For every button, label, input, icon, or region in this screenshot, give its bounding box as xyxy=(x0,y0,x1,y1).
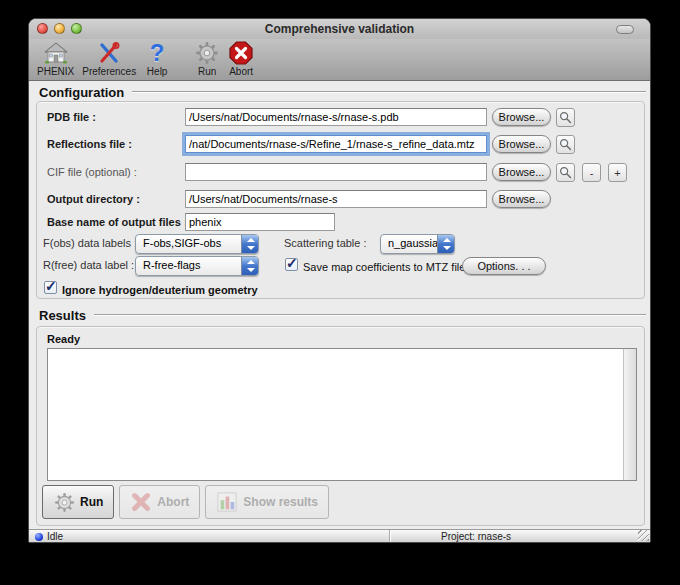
cif-file-input[interactable] xyxy=(185,163,487,181)
toolbar-help-label: Help xyxy=(147,66,168,77)
toolbar-phenix-button[interactable]: PHENIX xyxy=(33,40,78,78)
scattering-dropdown-value: n_gaussian xyxy=(388,237,444,249)
ignore-h-label: Ignore hydrogen/deuterium geometry xyxy=(62,282,258,298)
options-button[interactable]: Options. . . xyxy=(462,257,546,275)
show-results-button-label: Show results xyxy=(243,495,318,509)
gear-icon xyxy=(195,41,219,65)
magnifier-icon xyxy=(559,166,572,179)
abort-button-label: Abort xyxy=(157,495,189,509)
fobs-dropdown[interactable]: F-obs,SIGF-obs xyxy=(135,234,259,254)
dropdown-arrows-icon xyxy=(241,257,258,275)
cif-add-button[interactable]: + xyxy=(608,163,627,182)
base-name-label: Base name of output files : xyxy=(47,213,185,231)
content-area: Configuration PDB file : /Users/nat/Docu… xyxy=(29,81,650,529)
reflections-view-button[interactable] xyxy=(556,135,575,154)
data-labels-row: F(obs) data labels : F-obs,SIGF-obs Scat… xyxy=(37,234,644,255)
scattering-label: Scattering table : xyxy=(284,237,367,249)
toolbar-run-label: Run xyxy=(198,66,216,77)
status-indicator-icon xyxy=(35,533,43,541)
zoom-button[interactable] xyxy=(71,23,82,34)
output-directory-label: Output directory : xyxy=(47,190,185,208)
results-panel: Ready xyxy=(36,326,645,526)
pdb-file-input[interactable]: /Users/nat/Documents/rnase-s/rnase-s.pdb xyxy=(185,108,487,126)
toolbar: PHENIX Preferences ? Help xyxy=(29,39,650,81)
scattering-dropdown[interactable]: n_gaussian xyxy=(380,234,455,254)
cif-browse-button[interactable]: Browse... xyxy=(492,163,551,181)
rfree-dropdown-value: R-free-flags xyxy=(143,259,200,271)
header-rule xyxy=(94,314,646,316)
stop-icon xyxy=(229,41,253,65)
show-results-button[interactable]: Show results xyxy=(205,485,329,519)
cif-file-label: CIF file (optional) : xyxy=(47,163,185,181)
close-button[interactable] xyxy=(37,23,48,34)
toolbar-run-button[interactable]: Run xyxy=(190,40,224,78)
reflections-file-label: Reflections file : xyxy=(47,135,185,153)
pdb-file-label: PDB file : xyxy=(47,108,185,126)
configuration-title: Configuration xyxy=(39,85,124,100)
reflections-file-input[interactable]: /nat/Documents/rnase-s/Refine_1/rnase-s_… xyxy=(185,135,487,153)
minimize-button[interactable] xyxy=(54,23,65,34)
run-button-label: Run xyxy=(80,495,103,509)
rfree-row: R(free) data label : R-free-flags Save m… xyxy=(37,256,644,277)
configuration-header: Configuration xyxy=(39,84,646,100)
dropdown-arrows-icon xyxy=(437,235,454,253)
reflections-file-row: Reflections file : /nat/Documents/rnase-… xyxy=(37,135,644,154)
rfree-label: R(free) data label : xyxy=(43,259,134,271)
project-label: Project: rnase-s xyxy=(441,530,511,543)
pdb-browse-button[interactable]: Browse... xyxy=(492,108,551,126)
cif-remove-button[interactable]: - xyxy=(582,163,601,182)
fobs-dropdown-value: F-obs,SIGF-obs xyxy=(143,237,221,249)
reflections-browse-button[interactable]: Browse... xyxy=(492,135,551,153)
header-rule xyxy=(132,91,646,93)
toolbar-preferences-button[interactable]: Preferences xyxy=(78,40,140,78)
results-header: Results xyxy=(39,307,646,323)
magnifier-icon xyxy=(559,111,572,124)
save-map-checkbox[interactable] xyxy=(285,258,298,271)
cif-file-row: CIF file (optional) : Browse... - + xyxy=(37,163,644,182)
title-bar[interactable]: Comprehensive validation xyxy=(29,19,650,39)
save-map-label: Save map coefficients to MTZ file xyxy=(303,259,465,275)
output-directory-row: Output directory : /Users/nat/Documents/… xyxy=(37,190,644,209)
pdb-view-button[interactable] xyxy=(556,108,575,127)
bar-chart-icon xyxy=(216,491,238,513)
results-status-label: Ready xyxy=(47,333,80,345)
toolbar-help-button[interactable]: ? Help xyxy=(140,40,174,78)
status-text: Idle xyxy=(47,530,63,543)
abort-button[interactable]: Abort xyxy=(119,485,200,519)
house-icon xyxy=(44,41,68,65)
cif-view-button[interactable] xyxy=(556,163,575,182)
output-directory-input[interactable]: /Users/nat/Documents/rnase-s xyxy=(185,190,487,208)
rfree-dropdown[interactable]: R-free-flags xyxy=(135,256,259,276)
fobs-label: F(obs) data labels : xyxy=(43,237,137,249)
abort-x-icon xyxy=(130,491,152,513)
base-name-input[interactable]: phenix xyxy=(185,213,335,231)
toolbar-abort-button[interactable]: Abort xyxy=(224,40,258,78)
dropdown-arrows-icon xyxy=(241,235,258,253)
output-browse-button[interactable]: Browse... xyxy=(492,190,551,208)
app-window: Comprehensive validation PHENIX xyxy=(28,18,651,543)
base-name-row: Base name of output files : phenix xyxy=(37,213,644,232)
toolbar-preferences-label: Preferences xyxy=(82,66,136,77)
results-output-area[interactable] xyxy=(47,348,637,481)
run-button[interactable]: Run xyxy=(42,485,114,519)
vertical-scrollbar[interactable] xyxy=(623,349,636,480)
question-icon: ? xyxy=(145,41,169,65)
window-title: Comprehensive validation xyxy=(119,22,560,36)
configuration-panel: PDB file : /Users/nat/Documents/rnase-s/… xyxy=(36,101,645,299)
toolbar-phenix-label: PHENIX xyxy=(37,66,74,77)
ignore-h-checkbox[interactable] xyxy=(44,281,57,294)
toolbar-toggle-button[interactable] xyxy=(616,25,634,34)
status-bar: Idle Project: rnase-s xyxy=(29,529,650,542)
pdb-file-row: PDB file : /Users/nat/Documents/rnase-s/… xyxy=(37,108,644,127)
ignore-h-row: Ignore hydrogen/deuterium geometry xyxy=(37,279,644,298)
statusbar-divider xyxy=(389,530,390,542)
results-button-row: Run Abort xyxy=(42,485,329,519)
toolbar-abort-label: Abort xyxy=(229,66,253,77)
traffic-lights xyxy=(37,23,82,34)
tools-icon xyxy=(97,41,121,65)
gear-icon xyxy=(53,491,75,513)
magnifier-icon xyxy=(559,138,572,151)
resize-grip[interactable] xyxy=(638,530,649,541)
results-title: Results xyxy=(39,308,86,323)
desktop-background: Comprehensive validation PHENIX xyxy=(0,0,680,585)
